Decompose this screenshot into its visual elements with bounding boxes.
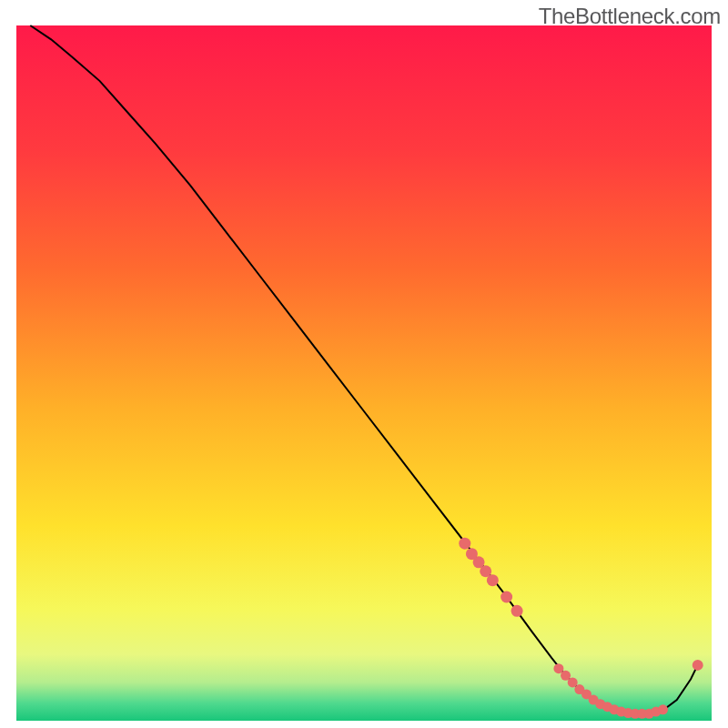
data-point — [658, 704, 668, 714]
data-point — [459, 538, 470, 550]
data-point — [500, 592, 512, 603]
watermark-text: TheBottleneck.com — [539, 4, 721, 29]
plot-background — [16, 25, 712, 721]
bottleneck-chart — [0, 0, 728, 728]
data-point — [693, 660, 703, 671]
data-point — [511, 605, 523, 617]
data-point — [487, 574, 499, 586]
chart-container: TheBottleneck.com — [0, 0, 728, 728]
